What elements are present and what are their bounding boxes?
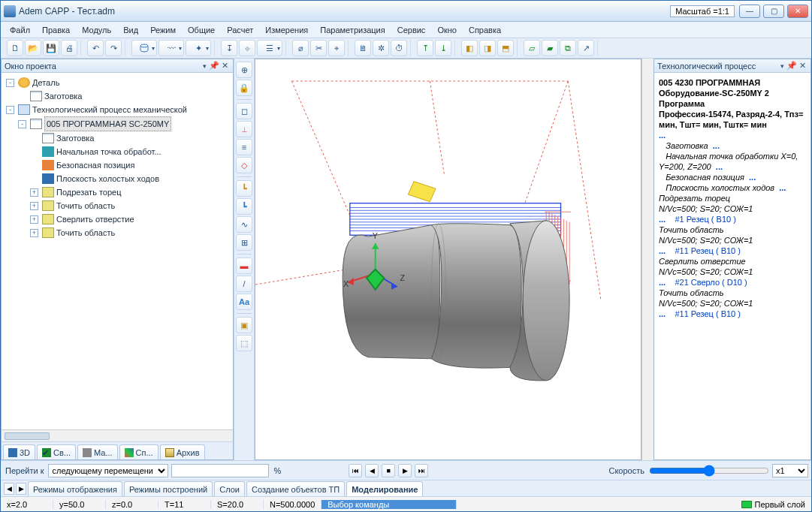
vt-axisL-icon[interactable]: ┗ [236,180,252,197]
vt-face-icon[interactable]: ▬ [236,258,252,274]
vt-end-icon[interactable]: ⟂ [236,121,252,137]
mark-icon[interactable]: ✦ [186,40,211,56]
layer-a-icon[interactable]: ▱ [524,40,540,56]
tab-scroll-left-icon[interactable]: ◀ [4,483,14,495]
tree-hscroll[interactable] [2,429,233,441]
menu-common[interactable]: Общие [183,24,219,36]
path-icon[interactable]: 〰 [158,40,184,56]
tree-node[interactable]: +Сверлить отверстие [30,212,231,226]
vt-wire-icon[interactable]: ⬚ [236,335,252,351]
menu-service[interactable]: Сервис [393,24,430,36]
vt-axisL2-icon[interactable]: ┗ [236,198,252,215]
expand-icon[interactable]: + [30,229,38,237]
3d-viewport[interactable]: X Y Z [255,59,641,460]
tree-node[interactable]: Заготовка [18,89,231,103]
node-label[interactable]: Начальная точка обработ... [56,145,161,158]
menu-module[interactable]: Модуль [77,24,116,36]
undo-icon[interactable]: ↶ [87,40,104,56]
node-label[interactable]: Заготовка [44,89,82,103]
scissors-icon[interactable]: ✂ [310,40,327,56]
tab-scroll-right-icon[interactable]: ▶ [16,483,26,495]
menu-window[interactable]: Окно [433,24,461,36]
panel-close-icon[interactable]: ✕ [219,61,230,71]
minimize-button[interactable]: — [739,5,760,18]
expand-icon[interactable]: - [6,79,14,87]
tab-layers[interactable]: Слои [214,481,245,496]
goto-select[interactable]: следующему перемещени [48,464,168,477]
menu-mode[interactable]: Режим [146,24,180,36]
pin-icon[interactable]: 📌 [209,61,219,71]
tree-node[interactable]: Заготовка [30,131,231,145]
node-label[interactable]: 005 ПРОГРАММНАЯ SC-250MY [44,116,171,131]
export-b-icon[interactable]: ⤓ [435,40,451,56]
axis-icon[interactable]: ↗ [578,40,594,56]
vt-aa-icon[interactable]: Aa [236,294,252,310]
expand-icon[interactable]: + [30,215,38,224]
clock-icon[interactable]: ⏱ [391,40,407,56]
view-a-icon[interactable]: ◧ [461,40,478,56]
export-a-icon[interactable]: ⤒ [417,40,433,56]
open-icon[interactable]: 📂 [25,40,41,56]
vt-cube-icon[interactable]: ▣ [236,317,252,333]
node-label[interactable]: Плоскость холостых ходов [56,172,159,185]
vt-curve-icon[interactable]: ∿ [236,216,252,233]
panel-dropdown-icon[interactable]: ▾ [203,62,207,70]
menu-view[interactable]: Вид [119,24,143,36]
menu-edit[interactable]: Правка [38,24,74,36]
node-label[interactable]: Заготовка [56,131,94,145]
expand-icon[interactable]: + [30,188,38,197]
menu-file[interactable]: Файл [5,24,35,36]
tree-node[interactable]: +Подрезать торец [30,185,231,199]
cyl-icon[interactable] [131,40,157,56]
tab-display-modes[interactable]: Режимы отображения [28,481,122,496]
cylinder-icon[interactable]: ⌀ [292,40,309,56]
speed-slider[interactable] [649,465,769,477]
percent-input[interactable] [171,464,269,477]
tree-node[interactable]: +Точить область [30,199,231,212]
tab-modeling[interactable]: Моделирование [346,481,423,496]
nav-last-icon[interactable]: ⏭ [415,464,428,477]
node-label[interactable]: Сверлить отверстие [56,212,134,226]
tool-c-icon[interactable]: ☰ [257,40,282,56]
tool-b-icon[interactable]: ⟐ [239,40,255,56]
tree-node[interactable]: -Технологический процесс механической [6,103,231,116]
tab-sp[interactable]: Сп... [119,444,158,459]
save-icon[interactable]: 💾 [43,40,59,56]
tab-archive[interactable]: Архив [160,444,205,459]
menu-help[interactable]: Справка [464,24,506,36]
nav-prev-icon[interactable]: ◀ [365,464,379,477]
doc-icon[interactable]: 🗎 [355,40,371,56]
pin-icon[interactable]: 📌 [786,61,797,71]
vt-grid-icon[interactable]: ⊞ [236,234,252,251]
tree-node[interactable]: +Точить область [30,226,231,239]
print-icon[interactable]: 🖨 [61,40,77,56]
nav-first-icon[interactable]: ⏮ [349,464,362,477]
node-label[interactable]: Деталь [32,76,59,89]
expand-icon[interactable]: - [6,106,14,114]
panel-dropdown-icon[interactable]: ▾ [780,62,784,70]
redo-icon[interactable]: ↷ [105,40,122,56]
scale-indicator[interactable]: Масштаб =1:1 [670,5,735,17]
menu-calc[interactable]: Расчет [222,24,258,36]
expand-icon[interactable]: - [18,120,26,128]
gear2-icon[interactable]: ✲ [373,40,389,56]
status-layer[interactable]: Первый слой [735,500,811,509]
vt-target-icon[interactable]: ⊕ [236,62,252,78]
nav-next-icon[interactable]: ▶ [398,464,412,477]
close-button[interactable]: ✕ [787,5,808,18]
tree-node[interactable]: Начальная точка обработ... [30,145,231,158]
vt-edge-icon[interactable]: / [236,276,252,292]
tab-create-tp[interactable]: Создание объектов ТП [246,481,345,496]
check-icon[interactable]: ⌖ [328,40,345,56]
node-label[interactable]: Безопасная позиция [56,158,134,172]
viewport-vscroll[interactable] [641,59,654,460]
menu-param[interactable]: Параметризация [315,24,389,36]
tab-material[interactable]: Ма... [77,444,118,459]
tab-svoistva[interactable]: ✔Св... [37,444,76,459]
tree-node[interactable]: -005 ПРОГРАММНАЯ SC-250MY [18,116,231,131]
expand-icon[interactable]: + [30,202,38,210]
node-label[interactable]: Технологический процесс механической [32,103,187,116]
node-label[interactable]: Точить область [56,226,115,239]
speed-select[interactable]: x1 [772,464,808,477]
tree-node[interactable]: Безопасная позиция [30,158,231,172]
